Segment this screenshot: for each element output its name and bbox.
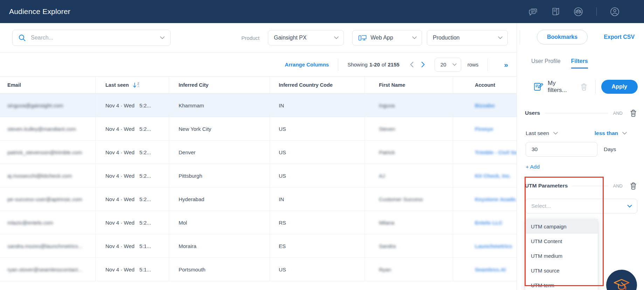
- knowledge-base-icon[interactable]: [551, 7, 560, 16]
- country-cell: US: [270, 164, 365, 187]
- last-seen-cell: Nov 4 · Wed5:2...: [95, 141, 169, 164]
- panel-toolbar: Bookmarks Export CSV: [517, 23, 644, 51]
- platform-select[interactable]: Web App: [352, 30, 422, 45]
- account-link[interactable]: Trimble - Civil So...: [475, 149, 517, 155]
- content-area: Product Gainsight PX: [0, 23, 644, 290]
- product-select-value: Gainsight PX: [274, 35, 334, 41]
- navbar-icons: [528, 7, 619, 16]
- account-link[interactable]: Bizzabo: [475, 102, 495, 108]
- account-link[interactable]: Keystone Acade...: [475, 196, 517, 202]
- email-cell: mlazic@entelo.com: [7, 220, 53, 226]
- tab-filters[interactable]: Filters: [571, 58, 588, 69]
- account-link[interactable]: Entelo LLC: [475, 220, 503, 226]
- column-header-inferred-country-code[interactable]: Inferred Country Code: [270, 77, 365, 93]
- add-condition-button[interactable]: + Add: [526, 164, 540, 170]
- next-page-icon[interactable]: [421, 62, 425, 68]
- table-row[interactable]: aj.rivosecchi@kitcheck.com Nov 4 · Wed5:…: [0, 164, 517, 188]
- community-icon[interactable]: [574, 7, 583, 16]
- last-seen-cell: Nov 4 · Wed5:1...: [95, 234, 169, 257]
- graduation-cap-icon: [613, 277, 630, 290]
- first-name-cell: Steven: [379, 126, 395, 132]
- product-select[interactable]: Gainsight PX: [268, 30, 344, 45]
- filter-value-input[interactable]: [526, 142, 597, 157]
- product-filters: Product Gainsight PX: [241, 30, 508, 45]
- utm-select-placeholder: Select...: [531, 203, 551, 209]
- table-row[interactable]: sandra.mozes@launchmetrics... Nov 4 · We…: [0, 234, 517, 258]
- delete-saved-filter-icon[interactable]: [580, 83, 588, 91]
- email-cell: singuva@gainsight.com: [7, 102, 63, 108]
- account-link[interactable]: Fireeye: [475, 126, 493, 132]
- users-filter-condition-row: Last seen less than: [526, 130, 627, 136]
- account-link[interactable]: Kit Check, Inc.: [475, 173, 511, 179]
- main-area: Product Gainsight PX: [0, 23, 517, 290]
- city-cell: Moraira: [169, 234, 270, 257]
- bookmarks-button[interactable]: Bookmarks: [537, 30, 588, 44]
- users-filter-title: Users: [525, 110, 540, 116]
- utm-option-source[interactable]: UTM source: [525, 263, 598, 278]
- platform-select-value: Web App: [371, 35, 409, 41]
- chevron-down-icon: [412, 36, 417, 39]
- column-header-last-seen[interactable]: Last seen ZA: [95, 77, 169, 93]
- collapse-panel-icon[interactable]: »: [504, 61, 508, 68]
- country-cell: US: [270, 258, 365, 281]
- table-row[interactable]: singuva@gainsight.com Nov 4 · Wed5:2... …: [0, 94, 517, 117]
- users-operator-label: AND: [613, 111, 623, 116]
- tab-user-profile[interactable]: User Profile: [531, 58, 561, 69]
- utm-option-content[interactable]: UTM Content: [525, 234, 598, 248]
- utm-options-dropdown: UTM campaign UTM Content UTM medium UTM …: [525, 219, 598, 290]
- filter-condition-select[interactable]: less than: [595, 130, 627, 136]
- export-csv-button[interactable]: Export CSV: [604, 34, 635, 40]
- country-cell: IN: [270, 188, 365, 211]
- city-cell: Khammam: [169, 94, 270, 117]
- table-row[interactable]: patrick_stevenson@trimble.com Nov 4 · We…: [0, 141, 517, 164]
- apply-button[interactable]: Apply: [601, 80, 638, 94]
- sort-descending-icon[interactable]: ZA: [133, 82, 140, 88]
- country-cell: RS: [270, 211, 365, 234]
- search-icon: [18, 34, 26, 42]
- learning-center-button[interactable]: [606, 270, 637, 290]
- filter-field-select[interactable]: Last seen: [526, 130, 558, 136]
- search-box[interactable]: [12, 30, 171, 46]
- delete-users-filter-icon[interactable]: [630, 109, 637, 117]
- chevron-down-icon: [452, 63, 457, 66]
- table-body: singuva@gainsight.com Nov 4 · Wed5:2... …: [0, 94, 517, 281]
- chat-feedback-icon[interactable]: [528, 7, 538, 16]
- column-header-first-name[interactable]: First Name: [365, 77, 453, 93]
- table-row[interactable]: steven.kulley@mandiant.com Nov 4 · Wed5:…: [0, 117, 517, 141]
- users-filter-value-row: Days: [526, 142, 637, 157]
- table-row[interactable]: ryan.stover@seamlesscontact... Nov 4 · W…: [0, 258, 517, 281]
- city-cell: Hyderabad: [169, 188, 270, 211]
- arrange-columns-button[interactable]: Arrange Columns: [285, 62, 329, 68]
- email-cell: patrick_stevenson@trimble.com: [7, 149, 82, 155]
- search-input[interactable]: [31, 35, 155, 41]
- edit-filters-icon[interactable]: [534, 82, 543, 91]
- saved-filters-bar: My filters... Apply: [534, 79, 638, 94]
- utm-option-medium[interactable]: UTM medium: [525, 248, 598, 263]
- table-row[interactable]: mlazic@entelo.com Nov 4 · Wed5:2... Mol …: [0, 211, 517, 234]
- country-cell: ES: [270, 234, 365, 257]
- chevron-down-icon: [627, 205, 632, 208]
- section-divider-line: [545, 113, 608, 113]
- delete-utm-filter-icon[interactable]: [630, 182, 637, 190]
- column-header-inferred-city[interactable]: Inferred City: [169, 77, 270, 93]
- account-link[interactable]: Launchmetrics: [475, 243, 512, 249]
- table-controls: Arrange Columns Showing 1-20 of 2155 20: [0, 52, 517, 76]
- utm-option-term[interactable]: UTM term: [525, 278, 598, 290]
- email-cell: ryan.stover@seamlesscontact...: [7, 267, 82, 273]
- table-row[interactable]: pe-success-user@aptrinsic.com Nov 4 · We…: [0, 188, 517, 211]
- search-chevron-down-icon[interactable]: [160, 36, 165, 39]
- page-size-select[interactable]: 20: [435, 58, 461, 72]
- last-seen-cell: Nov 4 · Wed5:2...: [95, 94, 169, 117]
- column-header-email[interactable]: Email: [0, 77, 95, 93]
- column-header-account[interactable]: Account: [453, 77, 517, 93]
- chevron-down-icon: [334, 36, 339, 39]
- my-filters-button[interactable]: My filters...: [548, 80, 571, 94]
- panel-tabs: User Profile Filters: [517, 58, 644, 69]
- environment-select[interactable]: Production: [427, 30, 508, 45]
- account-link[interactable]: Seamless.AI: [475, 267, 506, 273]
- page-size-value: 20: [441, 62, 446, 68]
- utm-option-campaign[interactable]: UTM campaign: [525, 219, 598, 234]
- previous-page-icon[interactable]: [410, 62, 414, 68]
- user-profile-icon[interactable]: [610, 7, 619, 16]
- utm-parameter-select[interactable]: Select...: [525, 199, 637, 213]
